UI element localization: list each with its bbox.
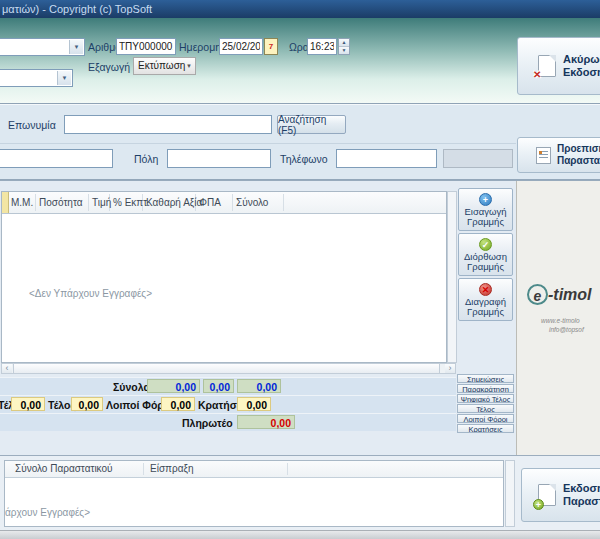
search-button[interactable]: Αναζήτηση (F5): [277, 115, 346, 134]
totals-label: Σύνολα: [113, 381, 150, 393]
logo-text: -timol: [548, 286, 592, 303]
etimologio-logo: e-timol: [527, 284, 592, 305]
receipts-vertical-scrollbar[interactable]: [505, 460, 515, 527]
branding-contact: www.e-timolo info@topsof: [541, 316, 584, 334]
delete-line-button[interactable]: ✕ Διαγραφή Γραμμής: [458, 278, 513, 321]
disabled-field: [443, 149, 513, 168]
lines-grid-header: Μ.Μ. Ποσότητα Τιμή % Εκπτ. Καθαρή Αξία Φ…: [2, 192, 446, 214]
fee1-value[interactable]: 0,00: [11, 397, 45, 411]
time-input[interactable]: [307, 38, 337, 55]
export-combo-value: Εκτύπωση: [138, 60, 185, 71]
customer-name-input[interactable]: [64, 115, 272, 134]
col-price[interactable]: Τιμή: [92, 197, 111, 208]
grid-empty-message: <Δεν Υπάρχουν Εγγραφές>: [29, 288, 152, 299]
check-icon: ✓: [479, 238, 492, 251]
preview-document-label: Προεπισκόπηση Παραστατικού: [557, 143, 600, 167]
application-window: ματιών) - Copyright (c) TopSoft ▼ Αριθμό…: [0, 0, 600, 539]
totals-net: 0,00: [147, 379, 200, 393]
customer-address-input[interactable]: [0, 149, 113, 168]
date-input[interactable]: [219, 38, 263, 55]
taxes-row: Τέλ 0,00 Τέλος 0,00 Λοιποί Φόροι 0,00 Κρ…: [0, 395, 456, 413]
scroll-left-icon[interactable]: ‹: [2, 364, 12, 373]
chevron-down-icon[interactable]: ▼: [69, 40, 83, 54]
withholding-button[interactable]: Παρακράτηση: [457, 384, 514, 393]
col-vat[interactable]: ΦΠΑ: [199, 197, 221, 208]
receipts-section: Σύνολο Παραστατικού Είσπραξη <Δεν Υπάρχο…: [0, 455, 600, 530]
delete-line-label2: Γραμμής: [459, 307, 512, 317]
col-doc-total[interactable]: Σύνολο Παραστατικού: [15, 463, 113, 474]
other-taxes-value[interactable]: 0,00: [161, 397, 195, 411]
preview-icon: [536, 147, 551, 164]
col-net-value[interactable]: Καθαρή Αξία: [146, 197, 202, 208]
insert-line-label2: Γραμμής: [459, 217, 512, 227]
document-header-panel: ▼ Αριθμός Ημερομηνία 7 Ωρα ▲ ▼ Εξαγωγή Ε…: [0, 18, 600, 103]
branding-panel: e-timol www.e-timolo info@topsof: [516, 181, 600, 456]
calendar-icon[interactable]: 7: [264, 38, 278, 55]
customer-panel: Επωνυμία Αναζήτηση (F5) Πόλη Τηλέφωνο Πρ…: [0, 103, 600, 180]
cancel-issue-label: Ακύρωση Εκδοσης: [563, 53, 600, 79]
col-quantity[interactable]: Ποσότητα: [39, 197, 82, 208]
window-title: ματιών) - Copyright (c) TopSoft: [2, 0, 152, 18]
cancel-issue-button[interactable]: ✕ Ακύρωση Εκδοσης: [517, 37, 600, 95]
edit-line-label2: Γραμμής: [459, 262, 512, 272]
phone-label: Τηλέφωνο: [280, 153, 328, 165]
phone-input[interactable]: [336, 149, 437, 168]
export-combo[interactable]: Εκτύπωση ▼: [133, 57, 196, 75]
scroll-right-icon[interactable]: ›: [445, 364, 455, 373]
issue-document-label: Εκδοση Παραστατικού: [563, 482, 600, 508]
totals-row: Σύνολα 0,00 0,00 0,00: [0, 377, 456, 395]
city-label: Πόλη: [134, 153, 158, 165]
number-input[interactable]: [116, 38, 176, 55]
green-plus-icon: +: [533, 499, 544, 510]
doc-type-combo[interactable]: ▼: [0, 38, 85, 56]
chevron-down-icon: ▼: [186, 63, 192, 69]
col-discount[interactable]: % Εκπτ.: [113, 197, 150, 208]
deductions-value[interactable]: 0,00: [237, 397, 271, 411]
cancel-document-icon: ✕: [538, 55, 556, 77]
notes-button[interactable]: Σημειώσεις: [457, 374, 514, 383]
spin-up-icon[interactable]: ▲: [339, 39, 349, 47]
customer-name-label: Επωνυμία: [8, 119, 56, 131]
edit-line-button[interactable]: ✓ Διόρθωση Γραμμής: [458, 233, 513, 276]
other-taxes-button[interactable]: Λοιποί Φόροι: [457, 414, 514, 423]
grid-vertical-scrollbar[interactable]: [447, 191, 457, 363]
branding-email: info@topsof: [541, 325, 584, 334]
lines-grid[interactable]: Μ.Μ. Ποσότητα Τιμή % Εκπτ. Καθαρή Αξία Φ…: [1, 191, 447, 363]
chevron-down-icon[interactable]: ▼: [57, 71, 71, 85]
issue-document-button[interactable]: + Εκδοση Παραστατικού: [521, 468, 600, 522]
city-input[interactable]: [167, 149, 271, 168]
export-label: Εξαγωγή: [88, 61, 130, 73]
totals-gross: 0,00: [237, 379, 281, 393]
issue-document-icon: +: [538, 484, 556, 506]
title-bar: ματιών) - Copyright (c) TopSoft: [0, 0, 600, 18]
window-bottom-edge: [0, 530, 600, 539]
row-marker: [2, 192, 9, 213]
time-label: Ωρα: [289, 41, 309, 53]
grid-horizontal-scrollbar[interactable]: ‹ ›: [1, 363, 456, 374]
receipts-grid[interactable]: Σύνολο Παραστατικού Είσπραξη <Δεν Υπάρχο…: [4, 460, 504, 527]
totals-vat: 0,00: [203, 379, 234, 393]
receipts-empty-message: <Δεν Υπάρχουν Εγγραφές>: [4, 507, 90, 518]
col-mm[interactable]: Μ.Μ.: [11, 197, 33, 208]
red-x-icon: ✕: [533, 69, 541, 80]
spin-down-icon[interactable]: ▼: [339, 47, 349, 54]
series-combo[interactable]: ▼: [0, 69, 73, 87]
digital-fee-button[interactable]: Ψηφιακό Τέλος: [457, 394, 514, 403]
plus-icon: +: [479, 193, 492, 206]
col-total[interactable]: Σύνολο: [236, 197, 268, 208]
fee2-value[interactable]: 0,00: [71, 397, 103, 411]
x-icon: ✕: [479, 283, 492, 296]
payable-value: 0,00: [237, 415, 295, 429]
preview-document-button[interactable]: Προεπισκόπηση Παραστατικού: [517, 137, 600, 173]
time-spinner[interactable]: ▲ ▼: [338, 38, 350, 55]
deductions-button[interactable]: Κρατήσεις: [457, 424, 514, 433]
insert-line-button[interactable]: + Εισαγωγή Γραμμής: [458, 188, 513, 231]
payable-label: Πληρωτέο: [182, 417, 233, 429]
logo-e-icon: e: [527, 284, 548, 305]
lines-section: Μ.Μ. Ποσότητα Τιμή % Εκπτ. Καθαρή Αξία Φ…: [0, 180, 600, 455]
payable-row: Πληρωτέο 0,00: [0, 413, 456, 431]
receipts-grid-header: Σύνολο Παραστατικού Είσπραξη: [5, 461, 503, 478]
scrollbar-thumb[interactable]: [13, 364, 440, 373]
fee-button[interactable]: Τέλος: [457, 404, 514, 413]
col-receipt[interactable]: Είσπραξη: [150, 463, 193, 474]
